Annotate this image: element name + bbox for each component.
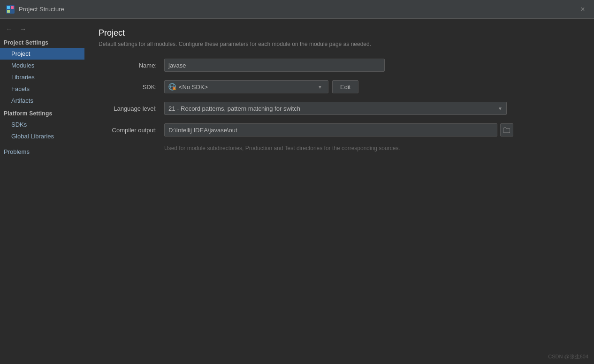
output-controls (164, 123, 513, 136)
content-area: Project Default settings for all modules… (84, 19, 594, 364)
forward-arrow[interactable]: → (18, 24, 28, 34)
platform-settings-label: Platform Settings (0, 106, 84, 119)
language-level-label: Language level: (99, 105, 164, 112)
sidebar-item-libraries[interactable]: Libraries (0, 71, 84, 83)
navigation-arrows: ← → (0, 23, 84, 36)
compiler-output-row: Compiler output: (99, 123, 580, 136)
language-level-row: Language level: 21 - Record patterns, pa… (99, 102, 580, 115)
language-level-value: 21 - Record patterns, pattern matching f… (168, 105, 300, 112)
title-bar: Project Structure × (0, 0, 594, 19)
window-title: Project Structure (19, 6, 577, 13)
sidebar-item-sdks[interactable]: SDKs (0, 119, 84, 130)
sdk-row: SDK: 🔒 <No SDK> (99, 80, 580, 93)
main-layout: ← → Project Settings Project Modules Lib… (0, 19, 594, 364)
sidebar-item-modules[interactable]: Modules (0, 60, 84, 71)
compiler-output-input[interactable] (164, 123, 497, 136)
lang-chevron-icon: ▼ (498, 106, 503, 111)
language-label-text: Language level: (114, 105, 157, 112)
sdk-controls: 🔒 <No SDK> ▼ Edit (164, 80, 358, 93)
compiler-output-label: Compiler output: (99, 127, 164, 134)
svg-text:🔒: 🔒 (173, 87, 176, 91)
sdk-value: <No SDK> (179, 83, 208, 91)
sdk-edit-button[interactable]: Edit (332, 80, 358, 93)
app-icon (6, 5, 15, 14)
name-input[interactable] (164, 59, 385, 72)
watermark: CSDN @张生604 (548, 353, 588, 360)
sidebar-item-problems[interactable]: Problems (0, 146, 84, 158)
svg-rect-3 (7, 10, 10, 13)
project-settings-label: Project Settings (0, 36, 84, 48)
compiler-output-hint: Used for module subdirectories, Producti… (164, 145, 580, 152)
folder-icon (503, 127, 510, 133)
svg-rect-4 (11, 10, 14, 13)
sidebar-item-facets[interactable]: Facets (0, 83, 84, 95)
back-arrow[interactable]: ← (4, 24, 14, 34)
language-level-dropdown[interactable]: 21 - Record patterns, pattern matching f… (164, 102, 507, 115)
folder-browse-button[interactable] (500, 123, 513, 136)
sdk-label: SDK: (99, 83, 164, 91)
close-button[interactable]: × (577, 4, 588, 15)
sidebar: ← → Project Settings Project Modules Lib… (0, 19, 84, 364)
svg-rect-1 (7, 6, 10, 9)
page-title: Project (99, 28, 580, 38)
sidebar-item-artifacts[interactable]: Artifacts (0, 95, 84, 106)
sidebar-item-project[interactable]: Project (0, 48, 84, 60)
svg-rect-2 (11, 6, 14, 9)
sdk-dropdown[interactable]: 🔒 <No SDK> ▼ (164, 80, 328, 93)
sidebar-item-global-libraries[interactable]: Global Libraries (0, 130, 84, 142)
sdk-chevron-icon: ▼ (318, 84, 324, 90)
name-label: Name: (99, 62, 164, 69)
name-row: Name: (99, 59, 580, 72)
page-subtitle: Default settings for all modules. Config… (99, 41, 580, 47)
sdk-globe-icon: 🔒 (168, 83, 176, 91)
